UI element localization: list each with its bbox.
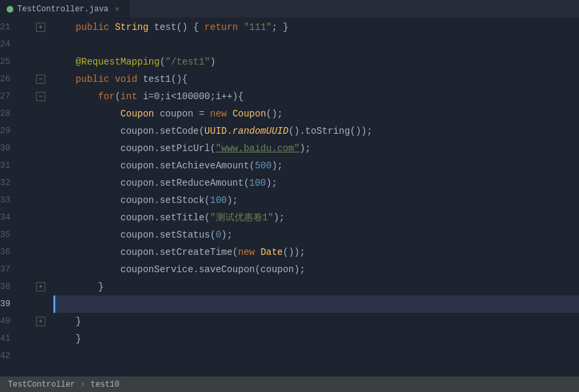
status-path2: test10 <box>91 380 119 389</box>
token: new <box>238 244 255 261</box>
fold-collapse-icon[interactable]: − <box>36 92 45 101</box>
tab-close-button[interactable]: × <box>113 5 122 14</box>
code-line-28: Coupon coupon = new Coupon(); <box>53 105 579 122</box>
gutter-25 <box>35 53 48 71</box>
code-line-39 <box>53 295 579 313</box>
gutter-40[interactable]: + <box>35 313 48 330</box>
gutter-35 <box>35 226 48 244</box>
code-line-38: } <box>53 278 579 295</box>
token: ( <box>160 53 165 71</box>
token: coupon = <box>154 105 210 122</box>
token: UUID <box>205 122 227 140</box>
token: randomUUID <box>233 122 289 140</box>
code-line-33: coupon.setStock(100); <box>53 192 579 209</box>
tab-bar: TestController.java × <box>0 0 579 19</box>
token: couponService.saveCoupon(coupon); <box>53 261 305 278</box>
line-number-24: 24 <box>0 36 28 53</box>
fold-collapse-icon[interactable]: − <box>36 75 45 84</box>
code-line-25: @RequestMapping("/test1") <box>53 53 579 71</box>
tab-filename: TestController.java <box>17 5 109 14</box>
gutter-39 <box>35 295 48 313</box>
gutter-31 <box>35 157 48 174</box>
code-content[interactable]: public String test() { return "111"; } @… <box>48 19 579 376</box>
token <box>227 105 232 122</box>
token: ) <box>210 53 215 71</box>
line-number-21: 21 <box>0 19 28 36</box>
gutter-28 <box>35 105 48 122</box>
gutter-21[interactable]: + <box>35 19 48 36</box>
code-line-24 <box>53 36 579 53</box>
token: coupon.setCode( <box>53 122 205 140</box>
tab-file-dot <box>7 6 13 13</box>
fold-expand-icon[interactable]: + <box>36 317 45 326</box>
token: ); <box>227 192 238 209</box>
token: ()); <box>283 244 305 261</box>
token: ); <box>272 157 283 174</box>
line-number-31: 31 <box>0 157 28 174</box>
token: test1(){ <box>137 71 188 88</box>
token: } <box>53 330 81 347</box>
fold-expand-icon[interactable]: + <box>36 282 45 292</box>
code-line-36: coupon.setCreateTime(new Date()); <box>53 244 579 261</box>
gutter-32 <box>35 174 48 192</box>
line-number-35: 35 <box>0 226 28 244</box>
token: (); <box>266 105 283 122</box>
token: for <box>53 88 115 105</box>
line-number-36: 36 <box>0 244 28 261</box>
line-number-29: 29 <box>0 122 28 140</box>
gutter-33 <box>35 192 48 209</box>
code-line-27: for(int i=0;i<100000;i++){ <box>53 88 579 105</box>
line-numbers-col: 2124252627282930313233343536373839404142 <box>0 19 35 376</box>
token: coupon.setTitle( <box>53 209 210 226</box>
token: 500 <box>255 157 271 174</box>
token <box>255 244 260 261</box>
token: ); <box>273 209 285 226</box>
code-line-42 <box>53 347 579 365</box>
token: "测试优惠卷1" <box>210 209 273 226</box>
token: 100 <box>249 174 266 192</box>
gutter-27[interactable]: − <box>35 88 48 105</box>
token: Coupon <box>121 105 154 122</box>
token: int <box>121 88 137 105</box>
tab-testcontroller[interactable]: TestController.java × <box>0 0 129 18</box>
status-bar: TestController › test10 <box>0 376 579 392</box>
token: 100 <box>210 192 227 209</box>
token: . <box>227 122 232 140</box>
token: coupon.setCreateTime( <box>53 244 238 261</box>
token: ( <box>115 88 120 105</box>
code-line-35: coupon.setStatus(0); <box>53 226 579 244</box>
token: ().toString()); <box>289 122 372 140</box>
token <box>238 19 243 36</box>
line-number-30: 30 <box>0 140 28 157</box>
token <box>53 105 121 122</box>
line-number-41: 41 <box>0 330 28 347</box>
gutter-24 <box>35 36 48 53</box>
token: coupon.setAchieveAmount( <box>53 157 255 174</box>
token: new <box>210 105 227 122</box>
code-line-30: coupon.setPicUrl("www.baidu.com"); <box>53 140 579 157</box>
line-number-26: 26 <box>0 71 28 88</box>
token: return <box>205 19 238 36</box>
line-number-32: 32 <box>0 174 28 192</box>
token: Date <box>261 244 283 261</box>
gutter-38[interactable]: + <box>35 278 48 295</box>
line-number-37: 37 <box>0 261 28 278</box>
gutter-42 <box>35 347 48 365</box>
editor-area: 2124252627282930313233343536373839404142… <box>0 19 579 376</box>
line-number-25: 25 <box>0 53 28 71</box>
line-number-40: 40 <box>0 313 28 330</box>
status-path1: TestController <box>8 380 75 389</box>
gutter-37 <box>35 261 48 278</box>
token: public <box>53 19 115 36</box>
token: "111" <box>244 19 272 36</box>
token: Coupon <box>233 105 266 122</box>
status-sep: › <box>81 380 85 389</box>
current-line-indicator <box>53 295 55 313</box>
code-line-37: couponService.saveCoupon(coupon); <box>53 261 579 278</box>
gutter-26[interactable]: − <box>35 71 48 88</box>
fold-expand-icon[interactable]: + <box>36 23 45 32</box>
token: test() { <box>149 19 205 36</box>
code-line-40: } <box>53 313 579 330</box>
token: coupon.setPicUrl( <box>53 140 216 157</box>
gutter-29 <box>35 122 48 140</box>
